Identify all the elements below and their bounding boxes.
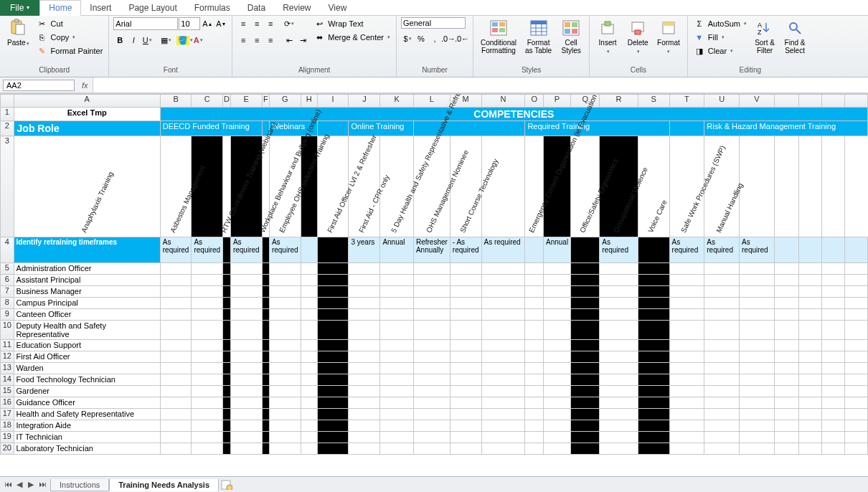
tab-home[interactable]: Home: [39, 0, 81, 16]
delete-button[interactable]: Delete▾: [624, 17, 651, 56]
align-center-button[interactable]: ≡: [250, 34, 263, 47]
insert-button[interactable]: Insert▾: [594, 17, 621, 56]
col-header[interactable]: [821, 95, 844, 108]
align-top-button[interactable]: ≡: [237, 17, 250, 30]
fill-color-button[interactable]: 🪣▾: [178, 34, 191, 47]
row-header[interactable]: 12: [1, 351, 14, 363]
font-size-select[interactable]: [179, 17, 200, 30]
increase-decimal-button[interactable]: .0→: [442, 32, 455, 45]
tab-data[interactable]: Data: [239, 1, 274, 15]
col-header[interactable]: [799, 95, 822, 108]
row-header[interactable]: 5: [1, 263, 14, 275]
col-header[interactable]: B: [160, 95, 192, 108]
row-header[interactable]: 9: [1, 309, 14, 321]
sheet-nav-prev[interactable]: ◀: [14, 480, 24, 489]
merge-center-button[interactable]: ⬌Merge & Center▾: [312, 31, 392, 44]
row-header[interactable]: 20: [1, 443, 14, 455]
increase-font-button[interactable]: A▲: [201, 17, 214, 30]
sort-filter-button[interactable]: AZSort &Filter: [751, 17, 778, 56]
col-header[interactable]: F: [262, 95, 269, 108]
wrap-text-button[interactable]: ↩Wrap Text: [312, 17, 392, 30]
row-header[interactable]: 2: [1, 121, 14, 136]
fx-icon[interactable]: fx: [77, 81, 93, 90]
conditional-formatting-button[interactable]: ConditionalFormatting: [478, 17, 519, 56]
tab-insert[interactable]: Insert: [81, 1, 120, 15]
sheet-nav-last[interactable]: ⏭: [37, 480, 47, 489]
underline-button[interactable]: U▾: [141, 34, 154, 47]
row-header[interactable]: 3: [1, 136, 14, 237]
fill-button[interactable]: ▼Fill▾: [692, 31, 748, 44]
row-header[interactable]: 7: [1, 286, 14, 298]
col-header[interactable]: J: [349, 95, 380, 108]
increase-indent-button[interactable]: ⇥: [296, 34, 309, 47]
row-header[interactable]: 4: [1, 237, 14, 263]
tab-view[interactable]: View: [320, 1, 356, 15]
tab-page-layout[interactable]: Page Layout: [120, 1, 185, 15]
tab-formulas[interactable]: Formulas: [186, 1, 239, 15]
sheet-tab-tna[interactable]: Training Needs Analysis: [109, 479, 219, 491]
format-button[interactable]: Format▾: [654, 17, 683, 56]
row-header[interactable]: 6: [1, 275, 14, 286]
align-right-button[interactable]: ≡: [264, 34, 277, 47]
formula-bar[interactable]: [93, 77, 868, 93]
currency-button[interactable]: $▾: [401, 32, 414, 45]
file-tab[interactable]: File▾: [0, 0, 39, 16]
col-header[interactable]: K: [380, 95, 414, 108]
clear-button[interactable]: ◨Clear▾: [692, 44, 748, 57]
row-header[interactable]: 18: [1, 420, 14, 432]
col-header[interactable]: N: [481, 95, 525, 108]
col-header[interactable]: I: [317, 95, 349, 108]
format-as-table-button[interactable]: Formatas Table: [522, 17, 555, 56]
col-header[interactable]: U: [704, 95, 740, 108]
bold-button[interactable]: B: [113, 34, 126, 47]
comma-button[interactable]: ,: [428, 32, 441, 45]
col-header[interactable]: R: [600, 95, 638, 108]
sheet-tab-instructions[interactable]: Instructions: [50, 479, 109, 491]
new-sheet-button[interactable]: [220, 479, 233, 491]
cut-button[interactable]: ✂Cut: [35, 17, 105, 30]
sheet-nav-first[interactable]: ⏮: [3, 480, 13, 489]
decrease-decimal-button[interactable]: .0←: [456, 32, 468, 45]
row-header[interactable]: 15: [1, 386, 14, 397]
col-header[interactable]: O: [525, 95, 544, 108]
align-bottom-button[interactable]: ≡: [264, 17, 277, 30]
row-header[interactable]: 13: [1, 363, 14, 374]
decrease-font-button[interactable]: A▼: [214, 17, 227, 30]
row-header[interactable]: 17: [1, 409, 14, 420]
col-header[interactable]: C: [192, 95, 223, 108]
row-header[interactable]: 19: [1, 432, 14, 443]
copy-button[interactable]: ⎘Copy▾: [35, 31, 105, 44]
col-header[interactable]: V: [739, 95, 774, 108]
italic-button[interactable]: I: [127, 34, 140, 47]
autosum-button[interactable]: ΣAutoSum▾: [692, 17, 748, 30]
find-select-button[interactable]: Find &Select: [781, 17, 808, 56]
tab-review[interactable]: Review: [274, 1, 319, 15]
row-header[interactable]: 1: [1, 108, 14, 121]
row-header[interactable]: 14: [1, 374, 14, 386]
spreadsheet-grid[interactable]: ABCDEFGHIJKLMNOPQRSTUV1Excel TmpCOMPETEN…: [0, 93, 868, 476]
col-header[interactable]: [844, 95, 867, 108]
border-button[interactable]: ▦▾: [159, 34, 172, 47]
col-header[interactable]: H: [301, 95, 317, 108]
col-header[interactable]: T: [669, 95, 704, 108]
col-header[interactable]: [774, 95, 798, 108]
align-left-button[interactable]: ≡: [237, 34, 250, 47]
name-box[interactable]: [3, 80, 75, 91]
percent-button[interactable]: %: [415, 32, 428, 45]
decrease-indent-button[interactable]: ⇤: [283, 34, 296, 47]
col-header[interactable]: D: [223, 95, 231, 108]
number-format-select[interactable]: [401, 17, 466, 29]
col-header[interactable]: A: [14, 95, 160, 108]
font-color-button[interactable]: A▾: [192, 34, 204, 47]
paste-button[interactable]: Paste▾: [4, 17, 32, 48]
orientation-button[interactable]: ⟳▾: [283, 17, 296, 30]
row-header[interactable]: 10: [1, 321, 14, 340]
align-middle-button[interactable]: ≡: [250, 17, 263, 30]
sheet-nav-next[interactable]: ▶: [26, 480, 36, 489]
col-header[interactable]: G: [269, 95, 301, 108]
col-header[interactable]: S: [638, 95, 669, 108]
row-header[interactable]: 8: [1, 298, 14, 309]
col-header[interactable]: P: [543, 95, 570, 108]
row-header[interactable]: 11: [1, 340, 14, 351]
col-header[interactable]: L: [413, 95, 450, 108]
